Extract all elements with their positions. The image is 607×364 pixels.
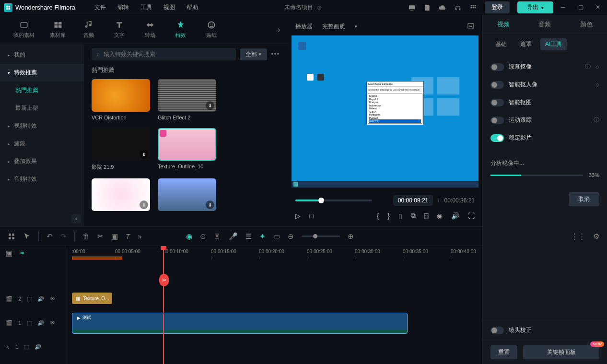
maximize-icon[interactable]: ▢ [578, 4, 586, 12]
eye-icon[interactable]: 👁 [50, 320, 55, 326]
sidebar-collapse-icon[interactable]: ‹ [71, 214, 81, 223]
tl-delete-icon[interactable]: 🗑 [82, 232, 90, 240]
volume-icon[interactable]: 🔊 [37, 296, 44, 302]
tl-layout-icon[interactable]: ⋮⋮ [571, 232, 585, 241]
zoom-slider[interactable] [302, 235, 340, 237]
tl-undo-icon[interactable]: ↶ [47, 232, 53, 241]
tl-cursor-icon[interactable] [23, 233, 31, 240]
download-icon[interactable]: ⬇ [140, 150, 148, 159]
menu-file[interactable]: 文件 [94, 3, 106, 12]
tl-settings-icon[interactable]: ⚙ [593, 232, 599, 241]
menu-tools[interactable]: 工具 [140, 3, 152, 12]
toggle-motion-track[interactable] [490, 117, 504, 124]
info-icon[interactable]: ⓘ [594, 116, 599, 124]
tl-ai-icon[interactable]: ◉ [186, 232, 192, 241]
bracket-out-icon[interactable]: } [387, 212, 390, 220]
subtab-ai-tools[interactable]: AI工具 [540, 38, 567, 50]
track-header-video[interactable]: 🎬1⬚🔊👁 [0, 311, 67, 335]
tab-effects[interactable]: 特效 [167, 18, 194, 41]
more-options-icon[interactable]: ••• [271, 51, 280, 58]
tl-text-icon[interactable]: T [126, 232, 130, 240]
tl-list-icon[interactable]: ☰ [245, 232, 252, 241]
apps-icon[interactable] [469, 4, 477, 12]
toggle-portrait[interactable] [490, 81, 504, 89]
chevron-icon[interactable]: ◇ [595, 64, 599, 70]
effect-card[interactable]: ⬇ [158, 178, 216, 214]
search-input[interactable] [104, 51, 231, 58]
display-icon[interactable]: ⌼ [424, 212, 428, 220]
lock-icon[interactable]: ⬚ [27, 320, 32, 326]
bracket-in-icon[interactable]: { [377, 212, 379, 220]
tl-mic-icon[interactable]: 🎤 [229, 232, 238, 241]
cancel-button[interactable]: 取消 [569, 192, 599, 206]
clip-effect[interactable]: ▦Texture_O... [72, 293, 112, 304]
tab-my-media[interactable]: 我的素材 [8, 18, 40, 41]
tl-shield-icon[interactable]: ⛨ [214, 232, 221, 240]
tabs-more-icon[interactable]: › [278, 25, 280, 34]
play-icon[interactable]: ▷ [295, 212, 301, 220]
export-button[interactable]: 导出▾ [517, 1, 553, 13]
toggle-stabilize[interactable] [490, 134, 504, 142]
download-icon[interactable]: ⬇ [206, 200, 214, 209]
crop-icon[interactable]: ▯ [398, 212, 402, 220]
prop-tab-audio[interactable]: 音频 [524, 15, 565, 33]
menu-edit[interactable]: 编辑 [117, 3, 129, 12]
menu-help[interactable]: 帮助 [187, 3, 198, 12]
sidebar-item-my[interactable]: ▸我的 [0, 46, 84, 64]
eye-icon[interactable]: 👁 [50, 296, 55, 302]
track-fx[interactable]: ▦Texture_O... [67, 287, 607, 311]
filter-dropdown[interactable]: 全部▾ [240, 48, 267, 60]
cloud-icon[interactable] [439, 4, 446, 12]
minimize-icon[interactable]: ─ [561, 4, 569, 12]
effect-card[interactable]: VCR Distortion [92, 79, 150, 120]
tl-more-icon[interactable]: » [138, 232, 141, 240]
track-header-fx[interactable]: 🎬2⬚🔊👁 [0, 287, 67, 311]
tl-redo-icon[interactable]: ↷ [60, 232, 67, 241]
login-button[interactable]: 登录 [485, 1, 510, 13]
tl-speed-icon[interactable]: ⊙ [200, 232, 206, 241]
tl-lock-icon[interactable]: ▣ [6, 249, 12, 258]
sidebar-item-video-fx[interactable]: ▸视頻特效 [0, 117, 84, 135]
track-header-audio[interactable]: ♫1⬚🔊 [0, 335, 67, 359]
tab-stickers[interactable]: 贴纸 [198, 18, 225, 41]
lock-icon[interactable]: ⬚ [24, 344, 29, 350]
effect-card[interactable]: ⬇Glitch Effect 2 [158, 79, 216, 120]
sidebar-item-overlay[interactable]: ▸叠加效果 [0, 153, 84, 170]
effect-card[interactable]: ⬇ [92, 178, 150, 214]
snapshot-icon[interactable] [467, 22, 475, 31]
tab-transition[interactable]: 转场 [137, 18, 163, 41]
preview-viewport[interactable]: Select Setup Language Select the languag… [292, 35, 479, 188]
sidebar-item-newest[interactable]: 最新上架 [0, 99, 84, 117]
sidebar-item-hot[interactable]: 熱門推薦 [0, 82, 84, 99]
volume-icon[interactable]: 🔊 [451, 212, 459, 220]
tl-link-icon[interactable]: ⚭ [19, 249, 25, 258]
subtab-mask[interactable]: 遮罩 [515, 38, 537, 50]
stop-icon[interactable]: □ [309, 212, 313, 220]
sidebar-item-filters[interactable]: ▸濾鏡 [0, 135, 84, 153]
subtab-basic[interactable]: 基础 [490, 38, 512, 50]
prop-tab-video[interactable]: 视频 [483, 15, 524, 33]
sidebar-item-recommend[interactable]: ▾特效推薦 [0, 64, 84, 82]
clip-video[interactable]: ▶测试 [72, 313, 408, 334]
camera-icon[interactable]: ◉ [437, 212, 443, 220]
tl-cut-icon[interactable]: ✂ [97, 232, 104, 241]
toggle-cutout[interactable] [490, 99, 504, 106]
tab-text[interactable]: 文字 [106, 18, 133, 41]
tab-library[interactable]: 素材库 [44, 18, 71, 41]
sidebar-item-audio-fx[interactable]: ▸音頻特效 [0, 170, 84, 188]
volume-icon[interactable]: 🔊 [37, 320, 44, 326]
save-icon[interactable] [423, 4, 431, 12]
download-icon[interactable]: ⬇ [140, 200, 148, 209]
chevron-icon[interactable]: ◇ [595, 82, 599, 87]
info-icon[interactable]: ⓘ [585, 63, 591, 71]
headphones-icon[interactable] [454, 4, 462, 12]
close-icon[interactable]: ✕ [595, 4, 603, 12]
lock-icon[interactable]: ⬚ [27, 296, 32, 302]
tab-audio[interactable]: 音频 [75, 18, 102, 41]
compare-icon[interactable]: ⧉ [411, 211, 416, 220]
effect-card[interactable]: Texture_Outline_10 [158, 128, 216, 171]
volume-icon[interactable]: 🔊 [35, 344, 41, 350]
track-audio[interactable] [67, 335, 607, 359]
download-icon[interactable]: ⬇ [206, 101, 214, 110]
tl-crop-icon[interactable]: ▣ [111, 232, 118, 241]
